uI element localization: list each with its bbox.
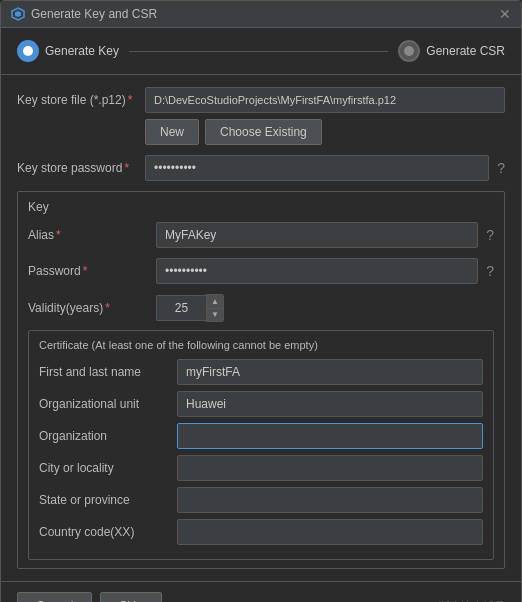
spinner-up-button[interactable]: ▲ xyxy=(207,295,223,308)
title-bar-left: Generate Key and CSR xyxy=(11,7,157,21)
validity-input[interactable] xyxy=(156,295,206,321)
title-bar: Generate Key and CSR ✕ xyxy=(1,1,521,28)
new-button[interactable]: New xyxy=(145,119,199,145)
keystore-password-row: Key store password* ? xyxy=(17,155,505,181)
alias-help-icon[interactable]: ? xyxy=(486,227,494,243)
cert-fields: First and last nameOrganizational unitOr… xyxy=(39,359,483,545)
alias-label: Alias* xyxy=(28,228,148,242)
keystore-password-help-icon[interactable]: ? xyxy=(497,160,505,176)
cert-label-5: Country code(XX) xyxy=(39,525,169,539)
footer-note: CSDN @断水流大斩兄 xyxy=(394,599,505,603)
cert-input-3[interactable] xyxy=(177,455,483,481)
cert-row: City or locality xyxy=(39,455,483,481)
key-group: Key Alias* ? Password* ? Validit xyxy=(17,191,505,569)
dialog-generate-key-csr: Generate Key and CSR ✕ Generate Key Gene… xyxy=(0,0,522,602)
cert-label-2: Organization xyxy=(39,429,169,443)
cert-row: First and last name xyxy=(39,359,483,385)
keystore-file-input[interactable] xyxy=(145,87,505,113)
validity-label: Validity(years)* xyxy=(28,301,148,315)
step-2-label: Generate CSR xyxy=(426,44,505,58)
cert-input-2[interactable] xyxy=(177,423,483,449)
file-button-group: New Choose Existing xyxy=(145,119,505,145)
cert-input-4[interactable] xyxy=(177,487,483,513)
validity-spinner: ▲ ▼ xyxy=(156,294,224,322)
cancel-button[interactable]: Cancel xyxy=(17,592,92,602)
form-content: Key store file (*.p12)* New Choose Exist… xyxy=(1,75,521,581)
step-line xyxy=(129,51,388,52)
app-icon xyxy=(11,7,25,21)
cert-row: Country code(XX) xyxy=(39,519,483,545)
keystore-password-input[interactable] xyxy=(145,155,489,181)
key-group-title: Key xyxy=(28,200,494,214)
keystore-file-label: Key store file (*.p12)* xyxy=(17,93,137,107)
skip-button[interactable]: Skip xyxy=(100,592,161,602)
cert-row: Organizational unit xyxy=(39,391,483,417)
choose-existing-button[interactable]: Choose Existing xyxy=(205,119,322,145)
footer: Cancel Skip CSDN @断水流大斩兄 xyxy=(1,581,521,602)
cert-input-5[interactable] xyxy=(177,519,483,545)
keystore-password-label: Key store password* xyxy=(17,161,137,175)
step-2-circle xyxy=(398,40,420,62)
step-1-label: Generate Key xyxy=(45,44,119,58)
spinner-buttons: ▲ ▼ xyxy=(206,294,224,322)
keystore-file-row: Key store file (*.p12)* xyxy=(17,87,505,113)
dialog-title: Generate Key and CSR xyxy=(31,7,157,21)
key-password-label: Password* xyxy=(28,264,148,278)
alias-input[interactable] xyxy=(156,222,478,248)
footer-buttons: Cancel Skip xyxy=(17,592,162,602)
step-1-circle xyxy=(17,40,39,62)
cert-label-1: Organizational unit xyxy=(39,397,169,411)
validity-row: Validity(years)* ▲ ▼ xyxy=(28,294,494,322)
cert-label-0: First and last name xyxy=(39,365,169,379)
key-password-row: Password* ? xyxy=(28,258,494,284)
cert-label-3: City or locality xyxy=(39,461,169,475)
cert-row: State or province xyxy=(39,487,483,513)
step-1: Generate Key xyxy=(17,40,119,62)
spinner-down-button[interactable]: ▼ xyxy=(207,308,223,321)
key-password-help-icon[interactable]: ? xyxy=(486,263,494,279)
close-button[interactable]: ✕ xyxy=(499,7,511,21)
cert-group-title: Certificate (At least one of the followi… xyxy=(39,339,483,351)
cert-row: Organization xyxy=(39,423,483,449)
step-1-indicator xyxy=(23,46,33,56)
cert-input-1[interactable] xyxy=(177,391,483,417)
cert-group: Certificate (At least one of the followi… xyxy=(28,330,494,560)
cert-label-4: State or province xyxy=(39,493,169,507)
stepper: Generate Key Generate CSR xyxy=(1,28,521,75)
cert-input-0[interactable] xyxy=(177,359,483,385)
step-2-indicator xyxy=(404,46,414,56)
svg-marker-1 xyxy=(15,11,21,17)
step-2: Generate CSR xyxy=(398,40,505,62)
key-password-input[interactable] xyxy=(156,258,478,284)
alias-row: Alias* ? xyxy=(28,222,494,248)
